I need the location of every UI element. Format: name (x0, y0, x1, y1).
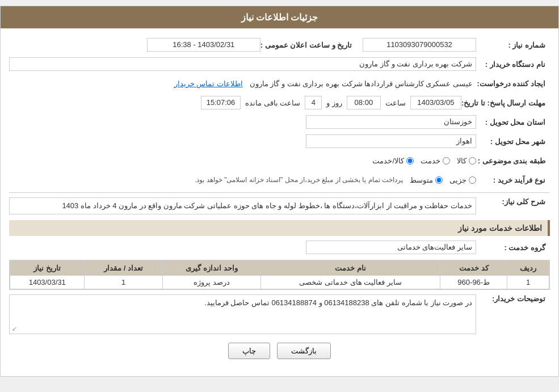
table-cell-3: درصد پروژه (162, 276, 260, 289)
purchase-jozi-label: جزیی (449, 176, 466, 184)
divider-1 (9, 192, 550, 193)
category-kala-khedmat: کالا/خدمت (372, 157, 414, 165)
purchase-type-row: نوع فرآیند خرید : جزیی متوسط پرداخت تمام… (9, 172, 550, 188)
city-row: شهر محل تحویل : اهواز (9, 133, 550, 149)
buyer-org-label: نام دستگاه خریدار : (476, 60, 550, 69)
province-row: استان محل تحویل : خوزستان (9, 114, 550, 130)
creator-label: ایجاد کننده درخواست: (476, 79, 550, 88)
purchase-motevaset-radio[interactable] (435, 176, 443, 184)
table-row: 1ط-96-960سایر فعالیت های خدماتی شخصیدرصد… (10, 276, 549, 289)
city-value: اهواز (306, 134, 476, 148)
category-group: کالا خدمت کالا/خدمت (9, 157, 476, 165)
buyer-description-row: توضیحات خریدار: در صورت نیاز با شماره تل… (9, 294, 550, 334)
table-cell-5: 1403/03/31 (10, 276, 85, 289)
deadline-group: 1403/03/05 ساعت 08:00 روز و 4 ساعت باقی … (9, 96, 461, 109)
deadline-remaining-label: ساعت باقی مانده (245, 99, 300, 107)
purchase-note: پرداخت تمام یا بخشی از مبلغ خرید،از محل … (195, 176, 403, 184)
purchase-type-group: جزیی متوسط پرداخت تمام یا بخشی از مبلغ خ… (9, 176, 476, 184)
service-group-value: سایر فعالیت‌های خدماتی (306, 241, 476, 254)
purchase-motevaset: متوسط (410, 176, 443, 184)
col-header-unit: واحد اندازه گیری (162, 261, 260, 276)
publish-datetime-label: تاریخ و ساعت اعلان عمومی : (260, 41, 356, 49)
category-khedmat-label: خدمت (421, 157, 440, 165)
services-table: ردیف کد خدمت نام خدمت واحد اندازه گیری ت… (9, 260, 550, 290)
buyer-org-row: نام دستگاه خریدار : شرکت بهره برداری نفت… (9, 56, 550, 72)
category-khedmat: خدمت (421, 157, 450, 165)
deadline-date: 1403/03/05 (410, 96, 461, 109)
creator-value: عیسی عسکری کارشناس قراردادها شرکت بهره ب… (246, 78, 476, 90)
publish-datetime-value: 1403/02/31 - 16:38 (147, 38, 260, 52)
col-header-row: ردیف (507, 261, 549, 276)
category-row: طبقه بندی موضوعی : کالا خدمت کالا/خدمت (9, 153, 550, 168)
page-header: جزئیات اطلاعات نیاز (1, 6, 558, 28)
contact-link[interactable]: اطلاعات تماس خریدار (174, 79, 243, 88)
col-header-name: نام خدمت (261, 261, 440, 276)
creator-group: عیسی عسکری کارشناس قراردادها شرکت بهره ب… (9, 78, 476, 90)
province-label: استان محل تحویل : (476, 118, 550, 127)
deadline-time-label: ساعت (385, 99, 406, 107)
category-kala: کالا (457, 157, 476, 165)
category-kala-khedmat-radio[interactable] (406, 157, 414, 165)
table-cell-4: 1 (85, 276, 162, 289)
service-group-label: گروه خدمت : (476, 243, 550, 252)
table-cell-0: 1 (507, 276, 549, 289)
buyer-description-label: توضیحات خریدار: (476, 294, 550, 303)
category-kala-khedmat-label: کالا/خدمت (372, 157, 404, 165)
purchase-jozi: جزیی (449, 176, 476, 184)
deadline-remaining: 15:07:06 (201, 96, 241, 109)
purchase-jozi-radio[interactable] (469, 176, 476, 184)
table-cell-2: سایر فعالیت های خدماتی شخصی (261, 276, 440, 289)
col-header-code: کد خدمت (440, 261, 507, 276)
need-number-label: شماره نیاز : (476, 41, 550, 49)
col-header-qty: تعداد / مقدار (85, 261, 162, 276)
deadline-time: 08:00 (347, 96, 381, 109)
table-cell-1: ط-96-960 (440, 276, 507, 289)
category-kala-label: کالا (457, 157, 466, 165)
purchase-type-label: نوع فرآیند خرید : (476, 176, 550, 184)
col-header-date: تاریخ نیاز (10, 261, 85, 276)
deadline-days-label: روز و (326, 99, 342, 107)
category-khedmat-radio[interactable] (443, 157, 450, 165)
category-kala-radio[interactable] (469, 157, 476, 165)
deadline-row: مهلت ارسال پاسخ: تا تاریخ: 1403/03/05 سا… (9, 95, 550, 111)
need-description-content: خدمات حفاظت و مراقبت از ابزارآلات،دستگاه… (9, 197, 476, 214)
button-row: بازگشت چاپ (9, 343, 550, 359)
buyer-description-content: در صورت نیاز با شماره تلفن های 061341882… (9, 294, 476, 334)
need-description-label: شرح کلی نیاز: (476, 197, 550, 206)
category-label: طبقه بندی موضوعی : (476, 157, 550, 165)
province-value: خوزستان (306, 115, 476, 129)
back-button[interactable]: بازگشت (277, 343, 331, 359)
services-section-title: اطلاعات خدمات مورد نیاز (9, 220, 550, 236)
city-label: شهر محل تحویل : (476, 137, 550, 146)
deadline-label: مهلت ارسال پاسخ: تا تاریخ: (461, 99, 550, 107)
deadline-days: 4 (305, 96, 322, 109)
purchase-motevaset-label: متوسط (410, 176, 433, 184)
page-title: جزئیات اطلاعات نیاز (241, 12, 318, 22)
need-description-row: شرح کلی نیاز: خدمات حفاظت و مراقبت از اب… (9, 197, 550, 214)
print-button[interactable]: چاپ (228, 343, 270, 359)
need-number-row: شماره نیاز : 1103093079000532 تاریخ و سا… (9, 37, 550, 53)
buyer-org-value: شرکت بهره برداری نفت و گاز مارون (9, 57, 476, 71)
creator-row: ایجاد کننده درخواست: عیسی عسکری کارشناس … (9, 75, 550, 91)
service-group-row: گروه خدمت : سایر فعالیت‌های خدماتی (9, 239, 550, 255)
need-number-value: 1103093079000532 (363, 38, 476, 52)
